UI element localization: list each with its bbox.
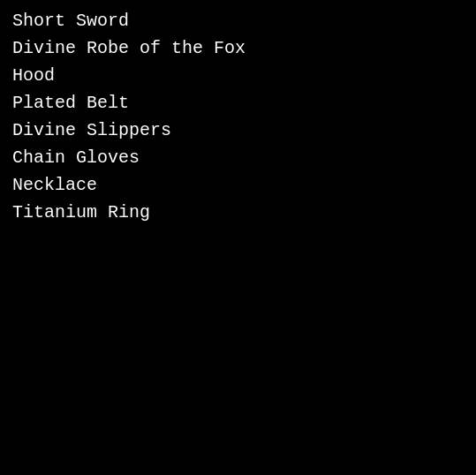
list-item[interactable]: Titanium Ring — [12, 199, 476, 226]
list-item[interactable]: Necklace — [12, 171, 476, 199]
list-item[interactable]: Chain Gloves — [12, 144, 476, 171]
list-item[interactable]: Divine Slippers — [12, 117, 476, 144]
equipment-list: Short SwordDivine Robe of the FoxHoodPla… — [0, 0, 476, 226]
list-item[interactable]: Short Sword — [12, 7, 476, 34]
list-item[interactable]: Hood — [12, 62, 476, 89]
list-item[interactable]: Divine Robe of the Fox — [12, 34, 476, 62]
list-item[interactable]: Plated Belt — [12, 89, 476, 117]
